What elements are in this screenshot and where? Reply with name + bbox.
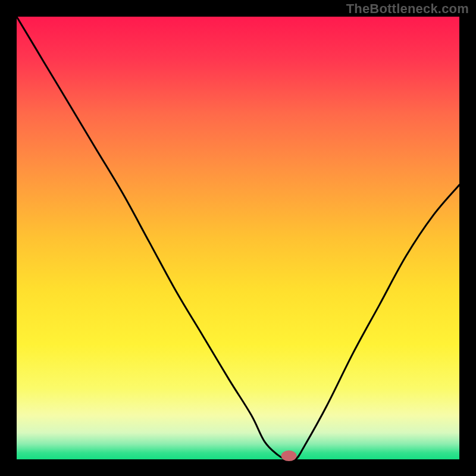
chart-frame: TheBottleneck.com <box>0 0 476 476</box>
watermark-text: TheBottleneck.com <box>346 1 469 17</box>
optimum-marker <box>281 450 297 461</box>
bottleneck-chart <box>0 0 476 476</box>
